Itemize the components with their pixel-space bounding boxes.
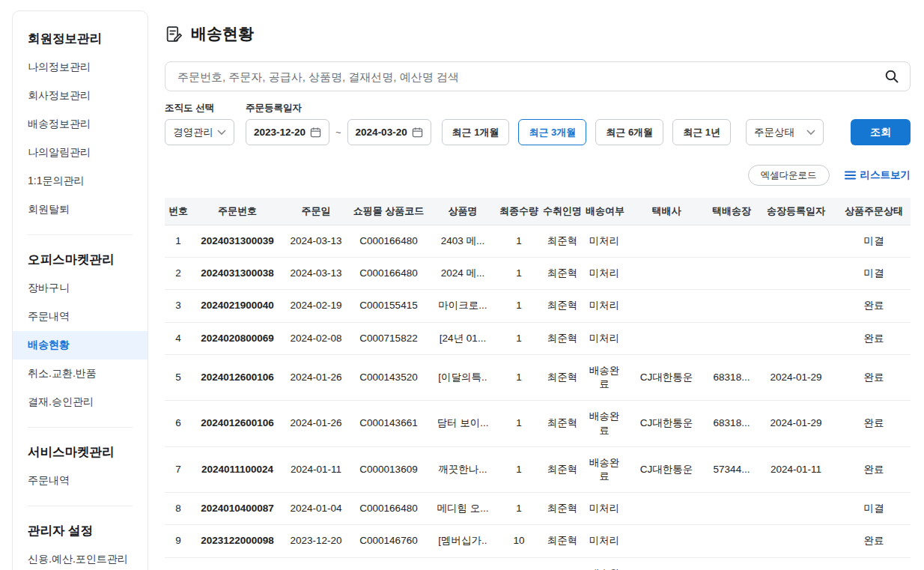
table-cell	[755, 290, 837, 322]
table-cell: [24년 01...	[428, 322, 497, 354]
sidebar-item[interactable]: 결재.승인관리	[13, 388, 148, 416]
column-header: 택배사	[624, 198, 708, 225]
order-status-value: 주문상태	[754, 126, 794, 139]
table-cell: 2024012600106	[192, 401, 283, 446]
search-input[interactable]	[176, 70, 884, 84]
table-cell: C000166480	[349, 493, 428, 525]
sidebar: 회원정보관리나의정보관리회사정보관리배송정보관리나의알림관리1:1문의관리회원탈…	[12, 10, 148, 570]
column-header: 번호	[165, 198, 192, 225]
table-row[interactable]: 620240126001062024-01-26C000143661담터 보이.…	[165, 401, 911, 446]
org-select[interactable]: 경영관리	[165, 119, 234, 145]
table-cell: 2024031300039	[192, 225, 283, 258]
table-cell: 2024-01-04	[283, 493, 349, 525]
table-cell: 57344...	[708, 446, 755, 492]
table-cell: 2024-01-29	[755, 354, 837, 400]
table-cell: 배송완료	[584, 557, 624, 570]
table-cell: C000146760	[349, 525, 428, 557]
filter-labels: 조직도 선택 주문등록일자	[165, 102, 911, 115]
table-cell: 완료	[837, 401, 911, 446]
table-row[interactable]: 220240313000382024-03-13C0001664802024 메…	[165, 258, 911, 290]
table-cell: 2023-12-13	[283, 557, 349, 570]
column-header: 상품명	[428, 198, 497, 225]
sidebar-section-title: 관리자 설정	[28, 523, 133, 539]
search-bar	[165, 61, 911, 91]
order-status-select[interactable]: 주문상태	[746, 119, 824, 145]
table-cell: 2024021900040	[192, 290, 283, 322]
table-row[interactable]: 920231220000982023-12-20C000146760[멤버십가.…	[165, 525, 911, 557]
sidebar-item[interactable]: 취소.교환.반품	[13, 360, 148, 388]
sidebar-item[interactable]: 주문내역	[13, 467, 148, 495]
table-cell: CJ대한통운	[624, 401, 708, 446]
table-cell: 2023-12-14	[755, 557, 837, 570]
column-header: 쇼핑몰 상품코드	[349, 198, 428, 225]
list-icon	[845, 171, 856, 180]
sidebar-divider	[28, 234, 133, 235]
table-cell: 최준혁	[541, 525, 584, 557]
table-cell: 1	[497, 354, 541, 400]
column-header: 택배송장	[708, 198, 755, 225]
sidebar-item[interactable]: 회사정보관리	[13, 82, 148, 110]
table-cell: 1	[497, 258, 541, 290]
sidebar-item[interactable]: 나의알림관리	[13, 139, 148, 167]
table-row[interactable]: 1020231213000052023-12-13C000634566DH PL…	[165, 557, 911, 570]
table-cell: 최준혁	[541, 354, 584, 400]
table-cell	[755, 225, 837, 258]
table-cell: 미결	[837, 258, 911, 290]
sidebar-item[interactable]: 1:1문의관리	[13, 167, 148, 195]
table-cell: 1	[165, 225, 192, 258]
date-to-value: 2024-03-20	[356, 127, 407, 138]
period-button[interactable]: 최근 1년	[672, 119, 731, 145]
sidebar-item[interactable]: 주문내역	[13, 303, 148, 331]
search-button[interactable]: 조회	[851, 119, 911, 145]
sidebar-section-title: 서비스마켓관리	[28, 444, 133, 461]
main-content: 배송현황 조직도 선택 주문등록일자 경영관리 2023-12-20 ~ 202…	[165, 0, 911, 570]
table-cell: 4	[165, 322, 192, 354]
table-cell: 담터 보이...	[428, 401, 497, 446]
date-range-label: 주문등록일자	[246, 102, 302, 115]
column-header: 최종수량	[497, 198, 541, 225]
sidebar-divider	[28, 427, 133, 428]
column-header: 상품주문상태	[837, 198, 911, 225]
date-from-input[interactable]: 2023-12-20	[246, 119, 329, 145]
chevron-down-icon	[806, 130, 815, 136]
column-header: 주문번호	[192, 198, 283, 225]
page-header: 배송현황	[165, 22, 911, 45]
period-button[interactable]: 최근 1개월	[442, 119, 510, 145]
table-row[interactable]: 820240104000872024-01-04C000166480메디힘 오.…	[165, 493, 911, 525]
search-icon[interactable]	[884, 69, 899, 84]
table-cell: 최준혁	[541, 446, 584, 492]
period-button[interactable]: 최근 3개월	[518, 119, 586, 145]
table-cell	[624, 290, 708, 322]
org-select-value: 경영관리	[173, 126, 213, 139]
table-header: 번호주문번호주문일쇼핑몰 상품코드상품명최종수량수취인명배송여부택배사택배송장송…	[165, 198, 911, 225]
filter-row: 경영관리 2023-12-20 ~ 2024-03-20 최근 1개월최근 3개…	[165, 119, 911, 145]
table-row[interactable]: 420240208000692024-02-08C000715822[24년 0…	[165, 322, 911, 354]
table-row[interactable]: 720240111000242024-01-11C000013609깨끗한나..…	[165, 446, 911, 492]
table-cell: 깨끗한나...	[428, 446, 497, 492]
sidebar-item[interactable]: 나의정보관리	[13, 53, 148, 82]
table-cell: C000166480	[349, 225, 428, 258]
table-cell: 68931...	[708, 557, 755, 570]
sidebar-item[interactable]: 배송정보관리	[13, 110, 148, 139]
table-cell: 2024012600106	[192, 354, 283, 400]
table-cell: 1	[497, 557, 541, 570]
table-cell: C000143661	[349, 401, 428, 446]
table-body: 120240313000392024-03-13C0001664802403 메…	[165, 225, 911, 570]
sidebar-item[interactable]: 장바구니	[13, 274, 148, 303]
table-cell: 2024-02-19	[283, 290, 349, 322]
list-view-button[interactable]: 리스트보기	[845, 169, 911, 182]
document-edit-icon	[165, 25, 183, 43]
table-cell: 2024-02-08	[283, 322, 349, 354]
sidebar-item[interactable]: 회원탈퇴	[13, 195, 148, 224]
table-cell: 미처리	[584, 493, 624, 525]
excel-download-button[interactable]: 엑셀다운로드	[748, 165, 830, 186]
table-row[interactable]: 520240126001062024-01-26C000143520[이달의특.…	[165, 354, 911, 400]
table-row[interactable]: 120240313000392024-03-13C0001664802403 메…	[165, 225, 911, 258]
sidebar-item[interactable]: 배송현황	[13, 331, 148, 360]
period-button[interactable]: 최근 6개월	[595, 119, 663, 145]
table-cell: C000634566	[349, 557, 428, 570]
date-to-input[interactable]: 2024-03-20	[347, 119, 431, 145]
table-row[interactable]: 320240219000402024-02-19C000155415마이크로..…	[165, 290, 911, 322]
sidebar-item[interactable]: 신용.예산.포인트관리	[13, 545, 148, 570]
table-cell: 완료	[837, 446, 911, 492]
